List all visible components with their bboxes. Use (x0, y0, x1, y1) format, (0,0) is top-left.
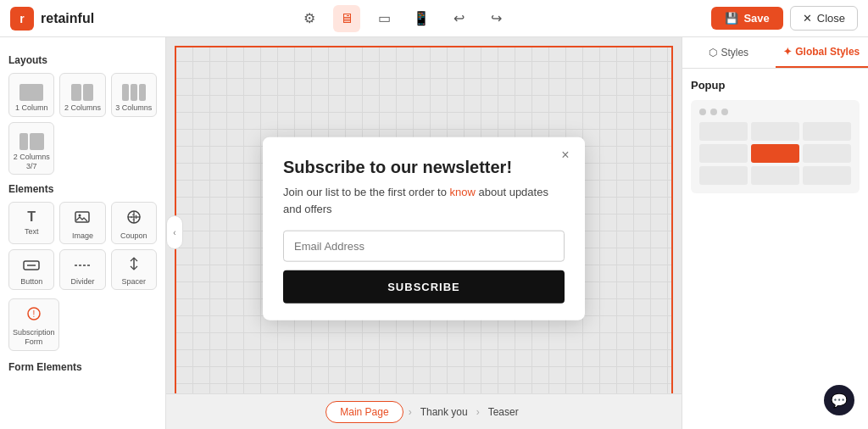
mobile-view-btn[interactable]: 📱 (408, 5, 435, 32)
layout-2col[interactable]: 2 Columns (59, 73, 105, 117)
svg-point-1 (79, 214, 81, 217)
save-button[interactable]: 💾 Save (711, 7, 782, 30)
tab-teaser[interactable]: Teaser (485, 402, 522, 422)
right-panel-tabs: ⬡ Styles ✦ Global Styles (682, 37, 868, 69)
right-panel: ⬡ Styles ✦ Global Styles Popup (682, 37, 868, 429)
canvas-inner: ‹ × Subscribe to our newsletter! Join ou… (175, 46, 673, 393)
preview-rows (699, 122, 851, 185)
element-subscription-form[interactable]: ! Subscription Form (8, 298, 59, 351)
text-icon: T (27, 209, 36, 225)
image-icon (75, 209, 90, 229)
spacer-icon (126, 257, 142, 275)
preview-row-2 (699, 144, 851, 163)
elements-section-title: Elements (8, 183, 157, 195)
tab-global-styles[interactable]: ✦ Global Styles (776, 37, 869, 68)
element-spacer[interactable]: Spacer (111, 249, 157, 290)
email-input[interactable] (283, 231, 565, 262)
dot-1 (699, 109, 706, 115)
canvas-wrap: ‹ × Subscribe to our newsletter! Join ou… (166, 37, 682, 429)
layout-3col-icon (115, 81, 153, 101)
element-button[interactable]: Button (8, 249, 54, 290)
tablet-landscape-btn[interactable]: ▭ (370, 5, 398, 32)
layout-2col-37[interactable]: 2 Columns 3/7 (8, 122, 54, 176)
collapse-sidebar-btn[interactable]: ‹ (166, 215, 183, 249)
layout-1col-icon (13, 81, 50, 101)
element-text[interactable]: T Text (8, 202, 54, 244)
preview-dots (699, 109, 851, 115)
element-coupon[interactable]: Coupon (111, 202, 157, 244)
preview-cell-4 (699, 144, 748, 163)
element-divider-label: Divider (70, 277, 94, 286)
settings-icon-btn[interactable]: ⚙ (296, 5, 323, 32)
right-panel-content: Popup (682, 69, 868, 203)
element-subscription-label: Subscription Form (13, 328, 55, 347)
desktop-view-btn[interactable]: 🖥 (333, 5, 360, 32)
tab-thank-you[interactable]: Thank you (417, 402, 471, 422)
preview-cell-1 (699, 122, 748, 141)
preview-row-1 (699, 122, 851, 141)
main-layout: Layouts 1 Column 2 Columns (0, 37, 868, 429)
preview-cell-6 (803, 144, 851, 163)
popup-modal: × Subscribe to our newsletter! Join our … (263, 137, 585, 320)
layout-2col-label: 2 Columns (64, 103, 101, 113)
tab-styles[interactable]: ⬡ Styles (682, 37, 776, 68)
element-image[interactable]: Image (59, 202, 105, 244)
close-icon: ✕ (803, 12, 812, 25)
form-elements-title: Form Elements (8, 361, 157, 373)
dot-3 (721, 109, 728, 115)
element-spacer-label: Spacer (122, 277, 147, 286)
redo-btn[interactable]: ↪ (482, 5, 509, 32)
button-icon (23, 257, 40, 275)
element-button-label: Button (20, 277, 42, 286)
layout-3col-label: 3 Columns (115, 103, 153, 113)
topbar-right: 💾 Save ✕ Close (711, 6, 858, 31)
layout-2col-37-icon (13, 130, 50, 150)
element-image-label: Image (72, 231, 93, 240)
divider-icon (74, 257, 91, 275)
tab-main-page[interactable]: Main Page (326, 401, 403, 423)
popup-desc-highlight: know (450, 186, 476, 198)
styles-icon: ⬡ (709, 47, 717, 58)
popup-description: Join our list to be the first order to k… (283, 184, 565, 217)
tab-separator-1: › (409, 406, 412, 418)
chat-icon: 💬 (831, 393, 848, 409)
layout-1col-label: 1 Column (13, 103, 50, 113)
topbar-left: r retainful (10, 7, 94, 31)
element-coupon-label: Coupon (120, 231, 147, 240)
subscribe-button[interactable]: SUBSCRIBE (283, 270, 565, 304)
layout-3col[interactable]: 3 Columns (111, 73, 157, 117)
layouts-grid: 1 Column 2 Columns 3 Columns (8, 73, 157, 175)
popup-title: Subscribe to our newsletter! (283, 158, 565, 177)
element-text-label: Text (25, 227, 39, 236)
tab-separator-2: › (476, 406, 480, 418)
popup-close-button[interactable]: × (556, 146, 575, 164)
layout-2col-37-label: 2 Columns 3/7 (13, 153, 50, 171)
preview-cell-orange (751, 144, 799, 163)
save-icon: 💾 (725, 12, 738, 25)
chat-button[interactable]: 💬 (824, 385, 854, 415)
preview-cell-7 (699, 166, 748, 185)
topbar: r retainful ⚙ 🖥 ▭ 📱 ↩ ↪ 💾 Save ✕ Close (0, 0, 868, 37)
undo-btn[interactable]: ↩ (445, 5, 472, 32)
layout-1col[interactable]: 1 Column (8, 73, 54, 117)
coupon-icon (126, 209, 142, 229)
preview-cell-3 (803, 122, 851, 141)
preview-row-3 (699, 166, 851, 185)
close-button[interactable]: ✕ Close (790, 6, 858, 31)
subscription-form-icon: ! (26, 306, 42, 326)
preview-cell-2 (751, 122, 799, 141)
preview-cell-8 (751, 166, 799, 185)
left-sidebar: Layouts 1 Column 2 Columns (0, 37, 166, 429)
svg-text:!: ! (32, 309, 35, 319)
popup-section-title: Popup (691, 79, 860, 92)
global-styles-icon: ✦ (783, 46, 792, 58)
popup-preview (691, 100, 860, 193)
logo-text: retainful (41, 11, 94, 26)
dot-2 (710, 109, 717, 115)
layout-2col-icon (64, 81, 101, 101)
canvas-area: ‹ × Subscribe to our newsletter! Join ou… (166, 37, 682, 393)
element-divider[interactable]: Divider (59, 249, 105, 290)
preview-cell-9 (803, 166, 851, 185)
topbar-center: ⚙ 🖥 ▭ 📱 ↩ ↪ (296, 5, 509, 32)
logo-icon: r (10, 7, 34, 31)
